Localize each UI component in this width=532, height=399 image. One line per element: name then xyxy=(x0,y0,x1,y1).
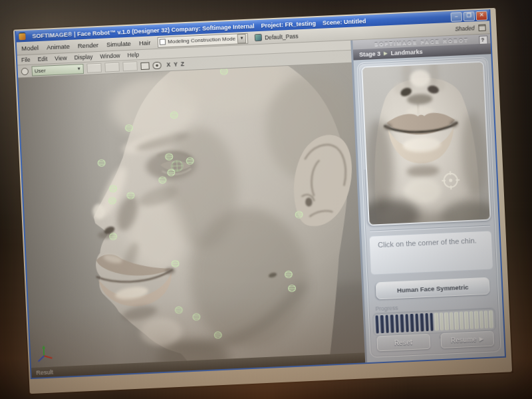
progress-cell-filled xyxy=(430,313,434,331)
progress-cell-empty xyxy=(469,311,473,329)
axis-gizmo-icon xyxy=(36,344,55,364)
reset-button[interactable]: Reset xyxy=(376,334,430,352)
axis-button-z[interactable]: Z xyxy=(181,61,185,67)
progress-cell-empty xyxy=(479,311,483,329)
app-icon xyxy=(19,33,25,39)
photo-of-projected-screen: { "window": { "title_app": "SOFTIMAGE® |… xyxy=(0,0,532,399)
progress-cell-filled xyxy=(424,313,429,331)
viewport-column: FileEditViewDisplayWindowHelp User ▼ XYZ xyxy=(17,41,365,378)
menu-hair[interactable]: Hair xyxy=(138,39,152,47)
axis-lock-buttons: XYZ xyxy=(166,61,184,68)
progress-cell-empty xyxy=(474,311,479,329)
help-button[interactable]: ? xyxy=(479,35,488,45)
progress-cell-filled xyxy=(415,314,420,332)
window-controls: – ❐ ✕ xyxy=(450,11,487,21)
title-project: Project: FR_testing xyxy=(261,20,316,29)
menu-render[interactable]: Render xyxy=(77,41,100,49)
resume-button[interactable]: Resume ▶ xyxy=(440,331,494,348)
camera-view-select[interactable]: User ▼ xyxy=(31,64,84,76)
camera-icon[interactable] xyxy=(21,67,29,74)
menu-animate[interactable]: Animate xyxy=(46,43,70,51)
projector-screen: SOFTIMAGE® | Face Robot™ v.1.0 (Designer… xyxy=(13,8,512,394)
progress-cell-empty xyxy=(454,312,459,330)
memo-cam-slot[interactable] xyxy=(86,63,102,73)
content-area: FileEditViewDisplayWindowHelp User ▼ XYZ xyxy=(17,34,505,378)
memo-cam-slot[interactable] xyxy=(104,63,120,72)
progress-cell-empty xyxy=(464,311,469,329)
restore-button[interactable]: ❐ xyxy=(463,11,475,21)
memo-cam-slot[interactable] xyxy=(122,61,138,71)
checkbox-icon xyxy=(160,39,166,45)
template-button[interactable]: Human Face Symmetric xyxy=(376,277,490,300)
instruction-box: Click on the corner of the chin. xyxy=(369,230,493,275)
progress-cell-empty xyxy=(444,313,449,331)
pass-icon xyxy=(255,34,262,41)
progress-cell-empty xyxy=(434,313,439,331)
minimize-button[interactable]: – xyxy=(450,12,462,22)
progress-cell-filled xyxy=(420,313,424,331)
instruction-text: Click on the corner of the chin. xyxy=(378,236,477,249)
progress-cell-empty xyxy=(450,312,454,330)
vp-menu-file[interactable]: File xyxy=(21,57,31,64)
face-robot-panel: SOFTIMAGE FACE ROBOT ? Stage 3 ▶ Landmar… xyxy=(350,34,505,362)
resize-viewport-icon[interactable] xyxy=(478,24,485,31)
chevron-down-icon: ▼ xyxy=(77,66,81,70)
app-window: SOFTIMAGE® | Face Robot™ v.1.0 (Designer… xyxy=(15,9,506,379)
landmark-reference-image xyxy=(361,61,491,226)
head-model-render xyxy=(18,63,364,368)
pass-name: Default_Pass xyxy=(265,33,299,41)
progress-cell-empty xyxy=(484,311,489,329)
stage-arrow-icon: ▶ xyxy=(384,51,388,56)
close-button[interactable]: ✕ xyxy=(475,11,487,21)
vp-menu-display[interactable]: Display xyxy=(73,53,93,61)
visibility-eye-icon[interactable] xyxy=(152,61,161,69)
progress-cell-filled xyxy=(375,315,380,333)
progress-cell-filled xyxy=(390,315,394,332)
vp-menu-view[interactable]: View xyxy=(54,55,68,62)
progress-cell-filled xyxy=(380,315,384,333)
progress-cell-filled xyxy=(385,315,390,333)
vp-menu-window[interactable]: Window xyxy=(99,52,121,59)
title-scene: Scene: Untitled xyxy=(323,17,366,26)
vp-menu-help[interactable]: Help xyxy=(126,51,140,59)
progress-cell-filled xyxy=(405,314,410,332)
axis-button-y[interactable]: Y xyxy=(174,61,178,68)
stage-name: Landmarks xyxy=(390,49,422,57)
camera-view-label: User xyxy=(35,67,46,74)
chevron-down-icon: ▼ xyxy=(237,33,247,43)
display-options-icon[interactable] xyxy=(140,62,149,70)
progress-cell-empty xyxy=(489,310,493,328)
menu-model[interactable]: Model xyxy=(21,44,39,52)
progress-cell-empty xyxy=(440,313,444,331)
progress-cell-filled xyxy=(395,315,400,332)
status-text: Result xyxy=(36,368,53,376)
pass-select[interactable]: Default_Pass xyxy=(255,32,299,41)
play-arrow-icon: ▶ xyxy=(479,336,483,342)
construction-mode-label: Modeling Construction Mode xyxy=(168,36,235,45)
progress-cell-filled xyxy=(400,315,404,332)
progress-cell-empty xyxy=(460,312,464,330)
chin-reference-render xyxy=(362,63,490,225)
stage-panel-body: Click on the corner of the chin. Human F… xyxy=(357,57,501,357)
menu-simulate[interactable]: Simulate xyxy=(106,40,132,49)
display-mode-select[interactable]: Shaded xyxy=(455,25,475,32)
toolbar-right: Shaded xyxy=(455,24,486,32)
axis-button-x[interactable]: X xyxy=(166,61,170,68)
3d-viewport[interactable] xyxy=(18,63,364,368)
vp-menu-edit[interactable]: Edit xyxy=(37,55,48,63)
stage-number: Stage 3 xyxy=(359,51,380,58)
progress-cell-filled xyxy=(410,314,414,332)
